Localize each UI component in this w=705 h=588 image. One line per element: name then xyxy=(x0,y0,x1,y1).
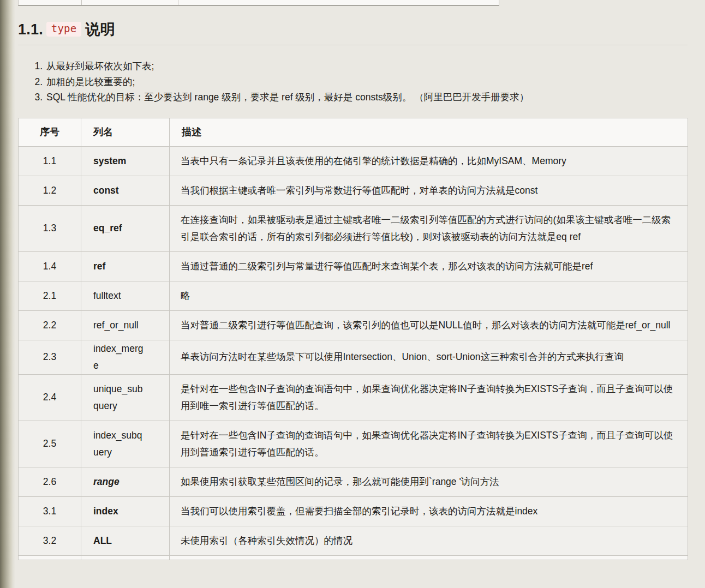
row-number-cell: 1.3 xyxy=(19,205,81,251)
column-header-name: 列名 xyxy=(81,118,170,146)
row-number-cell: 2.4 xyxy=(19,374,81,421)
table-fragment-divider xyxy=(81,0,82,5)
type-name-cell: fulltext xyxy=(81,281,170,310)
note-item: SQL 性能优化的目标：至少要达到 range 级别，要求是 ref 级别，最好… xyxy=(45,89,688,105)
table-row: 1.2 const 当我们根据主键或者唯一索引列与常数进行等值匹配时，对单表的访… xyxy=(19,176,688,205)
description-cell: 是针对在一些包含IN子查询的查询语句中，如果查询优化器决定将IN子查询转换为EX… xyxy=(170,421,688,467)
description-cell: 当对普通二级索引进行等值匹配查询，该索引列的值也可以是NULL值时，那么对该表的… xyxy=(170,310,688,340)
table-row: 1.3 eq_ref 在连接查询时，如果被驱动表是通过主键或者唯一二级索引列等值… xyxy=(19,205,688,251)
row-number-cell: 3.2 xyxy=(19,526,81,555)
table-row: 2.3 index_merge 单表访问方法时在某些场景下可以使用Interse… xyxy=(19,340,688,374)
row-number-cell: 2.5 xyxy=(19,421,81,467)
inline-code-type: type xyxy=(46,22,82,37)
description-cell: 当我们可以使用索引覆盖，但需要扫描全部的索引记录时，该表的访问方法就是index xyxy=(170,496,688,526)
description-cell: 略 xyxy=(170,281,688,310)
type-name-cell: unique_subquery xyxy=(81,374,170,421)
type-levels-table: 序号 列名 描述 1.1 system 当表中只有一条记录并且该表使用的在储引擎… xyxy=(18,118,688,560)
type-name-cell: index_subquery xyxy=(81,421,170,467)
type-name-cell: ALL xyxy=(81,526,170,555)
table-row: 2.1 fulltext 略 xyxy=(19,281,688,310)
note-item: 加粗的是比较重要的; xyxy=(45,74,688,90)
column-header-description: 描述 xyxy=(170,118,688,146)
type-name-cell: index_merge xyxy=(81,340,170,374)
table-row: 3.1 index 当我们可以使用索引覆盖，但需要扫描全部的索引记录时，该表的访… xyxy=(19,496,688,526)
description-cell: 当通过普通的二级索引列与常量进行等值匹配时来查询某个表，那么对该表的访问方法就可… xyxy=(170,251,688,281)
previous-table-fragment xyxy=(18,0,499,6)
heading-number: 1.1. xyxy=(18,21,43,38)
type-name-cell: system xyxy=(81,146,170,176)
section-heading: 1.1.type说明 xyxy=(18,13,688,45)
document-content: 1.1.type说明 从最好到最坏依次如下表; 加粗的是比较重要的; SQL 性… xyxy=(18,0,688,560)
type-name-cell: ref xyxy=(81,251,170,281)
next-row-fragment-cell xyxy=(19,555,81,560)
description-cell: 单表访问方法时在某些场景下可以使用Intersection、Union、sort… xyxy=(170,340,688,374)
row-number-cell: 1.4 xyxy=(19,251,81,281)
row-number-cell: 2.1 xyxy=(19,281,81,310)
row-number-cell: 1.1 xyxy=(19,146,81,176)
heading-title: 说明 xyxy=(85,21,115,38)
table-row: 2.2 ref_or_null 当对普通二级索引进行等值匹配查询，该索引列的值也… xyxy=(19,310,688,340)
type-name-cell: index xyxy=(81,496,170,526)
document-page: 1.1.type说明 从最好到最坏依次如下表; 加粗的是比较重要的; SQL 性… xyxy=(0,0,705,588)
table-fragment-divider xyxy=(178,0,178,5)
next-row-fragment xyxy=(19,555,688,560)
page-left-shadow xyxy=(0,0,15,588)
description-cell: 当表中只有一条记录并且该表使用的在储引擎的统计数据是精确的，比如MyISAM、M… xyxy=(170,146,688,176)
table-row: 2.5 index_subquery 是针对在一些包含IN子查询的查询语句中，如… xyxy=(19,421,688,467)
description-cell: 当我们根据主键或者唯一索引列与常数进行等值匹配时，对单表的访问方法就是const xyxy=(170,176,688,205)
row-number-cell: 1.2 xyxy=(19,176,81,205)
description-cell: 是针对在一些包含IN子查询的查询语句中，如果查询优化器决定将IN子查询转换为EX… xyxy=(170,374,688,421)
row-number-cell: 2.3 xyxy=(19,340,81,374)
type-name-cell: ref_or_null xyxy=(81,310,170,340)
table-header-row: 序号 列名 描述 xyxy=(19,118,688,146)
description-cell: 在连接查询时，如果被驱动表是通过主键或者唯一二级索引列等值匹配的方式进行访问的(… xyxy=(170,205,688,251)
table-row: 1.4 ref 当通过普通的二级索引列与常量进行等值匹配时来查询某个表，那么对该… xyxy=(19,251,688,281)
table-row: 3.2 ALL 未使用索引（各种索引失效情况）的情况 xyxy=(19,526,688,555)
description-cell: 未使用索引（各种索引失效情况）的情况 xyxy=(170,526,688,555)
type-name-cell: eq_ref xyxy=(81,205,170,251)
table-row: 2.6 range 如果使用索引获取某些范围区间的记录，那么就可能使用到`ran… xyxy=(19,467,688,496)
next-row-fragment-cell xyxy=(81,555,170,560)
type-name-cell: const xyxy=(81,176,170,205)
next-row-fragment-cell xyxy=(170,555,688,560)
column-header-number: 序号 xyxy=(19,118,81,146)
row-number-cell: 2.2 xyxy=(19,310,81,340)
type-name-cell: range xyxy=(81,467,170,496)
notes-list: 从最好到最坏依次如下表; 加粗的是比较重要的; SQL 性能优化的目标：至少要达… xyxy=(18,58,688,105)
row-number-cell: 2.6 xyxy=(19,467,81,496)
table-row: 1.1 system 当表中只有一条记录并且该表使用的在储引擎的统计数据是精确的… xyxy=(19,146,688,176)
table-row: 2.4 unique_subquery 是针对在一些包含IN子查询的查询语句中，… xyxy=(19,374,688,421)
description-cell: 如果使用索引获取某些范围区间的记录，那么就可能使用到`range '访问方法 xyxy=(170,467,688,496)
row-number-cell: 3.1 xyxy=(19,496,81,526)
note-item: 从最好到最坏依次如下表; xyxy=(45,58,688,74)
